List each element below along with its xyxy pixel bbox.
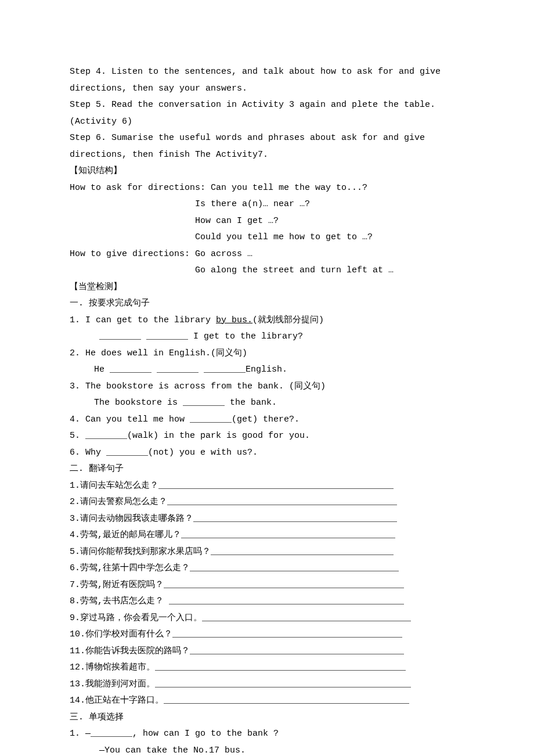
ask-directions-line3: How can I get …?	[70, 213, 464, 230]
question-c1: 1. —________, how can I go to the bank ?	[70, 726, 464, 743]
step-4: Step 4. Listen to the sentences, and tal…	[70, 64, 464, 97]
question-a1-blank: ________ ________ I get to the library?	[70, 329, 464, 345]
question-a3: 3. The bookstore is across from the bank…	[70, 379, 464, 395]
q-a1-underlined: by bus.	[216, 315, 252, 325]
question-b12: 12.博物馆挨着超市。_____________________________…	[70, 660, 464, 676]
ask-directions-line4: Could you tell me how to get to …?	[70, 229, 464, 246]
question-b3: 3.请问去动物园我该走哪条路？_________________________…	[70, 511, 464, 528]
question-b8: 8.劳驾,去书店怎么走？ ___________________________…	[70, 593, 464, 610]
question-b10: 10.你们学校对面有什么？___________________________…	[70, 627, 464, 643]
q-a1-pre: 1. I can get to the library	[70, 315, 216, 325]
question-a5: 5. ________(walk) in the park is good fo…	[70, 428, 464, 445]
section-c-heading: 三. 单项选择	[70, 710, 464, 726]
q-a1-post: (就划线部分提问)	[252, 315, 324, 325]
question-b6: 6.劳驾,往第十四中学怎么走？_________________________…	[70, 560, 464, 577]
step-5: Step 5. Read the conversation in Activit…	[70, 97, 464, 130]
ask-directions-line2: Is there a(n)… near …?	[70, 196, 464, 213]
question-b5: 5.请问你能帮我找到那家水果店吗？_______________________…	[70, 544, 464, 561]
section-b-heading: 二. 翻译句子	[70, 461, 464, 478]
ask-directions-intro: How to ask for directions: Can you tell …	[70, 180, 464, 197]
question-b4: 4.劳驾,最近的邮局在哪儿？__________________________…	[70, 527, 464, 544]
question-a4: 4. Can you tell me how ________(get) the…	[70, 412, 464, 429]
question-b13: 13.我能游到河对面。_____________________________…	[70, 676, 464, 693]
question-a6: 6. Why ________(not) you e with us?.	[70, 445, 464, 462]
question-b2: 2.请问去警察局怎么走？____________________________…	[70, 494, 464, 511]
question-b7: 7.劳驾,附近有医院吗？____________________________…	[70, 577, 464, 594]
question-b14: 14.他正站在十字路口。____________________________…	[70, 693, 464, 710]
question-a2-blank: He ________ ________ ________English.	[70, 362, 464, 379]
section-a-heading: 一. 按要求完成句子	[70, 296, 464, 312]
give-directions-line2: Go along the street and turn left at …	[70, 262, 464, 279]
step-6: Step 6. Sumarise the useful words and ph…	[70, 130, 464, 163]
knowledge-heading: 【知识结构】	[70, 163, 464, 180]
question-c1-response: —You can take the No.17 bus.	[70, 743, 464, 757]
give-directions-intro: How to give directions: Go across …	[70, 246, 464, 263]
question-a2: 2. He does well in English.(同义句)	[70, 345, 464, 362]
question-a1: 1. I can get to the library by bus.(就划线部…	[70, 312, 464, 329]
test-heading: 【当堂检测】	[70, 279, 464, 296]
question-b9: 9.穿过马路，你会看见一个入口。________________________…	[70, 610, 464, 627]
question-b11: 11.你能告诉我去医院的路吗？_________________________…	[70, 643, 464, 660]
question-b1: 1.请问去车站怎么走？_____________________________…	[70, 478, 464, 495]
question-a3-blank: The bookstore is ________ the bank.	[70, 395, 464, 412]
